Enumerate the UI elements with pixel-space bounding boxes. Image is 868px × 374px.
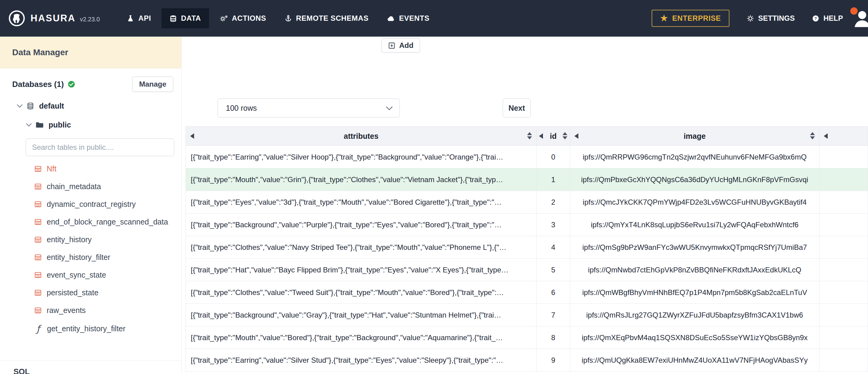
- sidebar-table-item[interactable]: dynamic_contract_registry: [0, 195, 181, 213]
- sidebar-table-item[interactable]: persisted_state: [0, 284, 181, 302]
- enterprise-button[interactable]: ★ ENTERPRISE: [652, 10, 730, 27]
- cell-id[interactable]: 6: [536, 281, 570, 304]
- sidebar-table-item[interactable]: entity_history_filter: [0, 248, 181, 266]
- folder-icon: [36, 121, 44, 128]
- search-tables-input[interactable]: [26, 138, 174, 156]
- cell-image[interactable]: ipfs://QmRRPWG96cmgTn2qSzjwr2qvfNEuhunv6…: [570, 146, 819, 168]
- table-row[interactable]: [{"trait_type":"Clothes","value":"Tweed …: [186, 281, 868, 304]
- cell-id[interactable]: 5: [536, 259, 570, 281]
- nav-item-label: API: [138, 14, 151, 23]
- cell-id[interactable]: 1: [536, 168, 570, 191]
- cell-id[interactable]: 8: [536, 326, 570, 349]
- sidebar-table-item[interactable]: event_sync_state: [0, 266, 181, 284]
- sidebar-function-item[interactable]: ƒ get_entity_history_filter: [0, 320, 181, 337]
- cell-attributes[interactable]: [{"trait_type":"Background","value":"Pur…: [186, 214, 536, 236]
- table-row[interactable]: [{"trait_type":"Background","value":"Pur…: [186, 214, 868, 236]
- table-name: Nft: [47, 164, 57, 173]
- cell-id[interactable]: 7: [536, 304, 570, 326]
- table-grid-icon: [34, 307, 42, 314]
- table-row[interactable]: [{"trait_type":"Mouth","value":"Bored"},…: [186, 326, 868, 349]
- cell-attributes[interactable]: [{"trait_type":"Background","value":"Gra…: [186, 304, 536, 326]
- column-header-attributes[interactable]: attributes: [186, 127, 536, 146]
- cell-image[interactable]: ipfs://QmYxT4LnK8sqLupjbS6eRvu1si7Ly2wFQ…: [570, 214, 819, 236]
- nav-item-api[interactable]: API: [119, 8, 159, 28]
- sidebar-table-item[interactable]: raw_events: [0, 302, 181, 319]
- cell-clipped: [819, 281, 868, 304]
- sidebar-table-item[interactable]: Nft: [0, 160, 181, 178]
- table-row[interactable]: [{"trait_type":"Background","value":"Gra…: [186, 304, 868, 326]
- table-row[interactable]: [{"trait_type":"Eyes","value":"3d"},{"tr…: [186, 191, 868, 214]
- manage-button[interactable]: Manage: [132, 76, 173, 92]
- cell-attributes[interactable]: [{"trait_type":"Earring","value":"Silver…: [186, 146, 536, 168]
- add-row-button[interactable]: Add: [381, 38, 420, 53]
- table-grid-icon: [34, 165, 42, 173]
- collapse-column-icon[interactable]: [190, 133, 194, 139]
- table-row[interactable]: [{"trait_type":"Mouth","value":"Grin"},{…: [186, 168, 868, 191]
- sidebar-table-item[interactable]: entity_history: [0, 230, 181, 248]
- cell-image[interactable]: ipfs://QmUQgKka8EW7exiUHnMwZ4UoXA11wV7NF…: [570, 349, 819, 372]
- cell-id[interactable]: 2: [536, 191, 570, 214]
- next-page-button[interactable]: Next: [503, 98, 531, 118]
- cell-image[interactable]: ipfs://QmRsJLrg27GQ1ZWyrXZFuJFdU5bapfzsy…: [570, 304, 819, 326]
- table-name: end_of_block_range_scanned_data: [47, 218, 168, 226]
- table-grid-icon: [34, 218, 42, 226]
- tree-node-schema[interactable]: public: [0, 115, 181, 134]
- table-row[interactable]: [{"trait_type":"Earring","value":"Silver…: [186, 146, 868, 168]
- data-sidebar: Data Manager Databases (1) Manage defaul…: [0, 37, 182, 374]
- column-header-id[interactable]: id: [536, 127, 570, 146]
- sort-icon[interactable]: [527, 132, 532, 139]
- user-avatar[interactable]: [851, 8, 868, 29]
- cell-attributes[interactable]: [{"trait_type":"Clothes","value":"Navy S…: [186, 236, 536, 259]
- cell-image[interactable]: ipfs://QmcJYkCKK7QPmYWjp4FD2e3Lv5WCGFuHN…: [570, 191, 819, 214]
- help-button[interactable]: ? HELP: [812, 14, 843, 23]
- settings-button[interactable]: SETTINGS: [747, 14, 795, 23]
- brand-block[interactable]: HASURA v2.23.0: [0, 9, 100, 27]
- nav-item-events[interactable]: EVENTS: [379, 8, 438, 28]
- top-navbar: HASURA v2.23.0 API DATA: [0, 0, 868, 37]
- collapse-column-icon[interactable]: [539, 133, 543, 139]
- collapse-column-icon[interactable]: [575, 133, 578, 139]
- cell-clipped: [819, 304, 868, 326]
- table-row[interactable]: [{"trait_type":"Clothes","value":"Navy S…: [186, 236, 868, 259]
- nav-item-data[interactable]: DATA: [161, 8, 209, 28]
- cell-id[interactable]: 4: [536, 236, 570, 259]
- cell-id[interactable]: 3: [536, 214, 570, 236]
- chevron-down-icon[interactable]: [17, 102, 22, 107]
- sort-icon[interactable]: [810, 132, 815, 139]
- column-header-image[interactable]: image: [570, 127, 819, 146]
- rows-per-page-select[interactable]: 100 rows: [218, 98, 400, 118]
- table-row[interactable]: [{"trait_type":"Hat","value":"Bayc Flipp…: [186, 259, 868, 281]
- cell-clipped: [819, 214, 868, 236]
- column-header-clipped[interactable]: [819, 127, 868, 146]
- collapse-column-icon[interactable]: [824, 133, 828, 139]
- sidebar-table-item[interactable]: end_of_block_range_scanned_data: [0, 213, 181, 230]
- databases-row: Databases (1) Manage: [0, 76, 181, 93]
- cell-attributes[interactable]: [{"trait_type":"Clothes","value":"Tweed …: [186, 281, 536, 304]
- cell-attributes[interactable]: [{"trait_type":"Hat","value":"Bayc Flipp…: [186, 259, 536, 281]
- database-name: default: [39, 101, 64, 111]
- cell-image[interactable]: ipfs://QmPbxeGcXhYQQNgsC6a36dDyYUcHgMLnG…: [570, 168, 819, 191]
- table-name: raw_events: [47, 306, 86, 315]
- cell-attributes[interactable]: [{"trait_type":"Mouth","value":"Bored"},…: [186, 326, 536, 349]
- cell-image[interactable]: ipfs://QmNwbd7ctEhGpVkP8nZvBBQfiNeFKRdxf…: [570, 259, 819, 281]
- table-name: entity_history_filter: [47, 253, 110, 262]
- tree-node-database[interactable]: default: [0, 96, 181, 115]
- nav-item-remote-schemas[interactable]: REMOTE SCHEMAS: [277, 8, 377, 28]
- cell-id[interactable]: 0: [536, 146, 570, 168]
- cell-image[interactable]: ipfs://QmXEqPbvM4aq1SQSXN8DSuEcSo5SseYW1…: [570, 326, 819, 349]
- sql-section-label[interactable]: SQL: [13, 367, 181, 374]
- star-icon: ★: [660, 14, 668, 23]
- chevron-down-icon[interactable]: [26, 121, 31, 126]
- cell-clipped: [819, 349, 868, 372]
- sidebar-table-item[interactable]: chain_metadata: [0, 178, 181, 195]
- cell-id[interactable]: 9: [536, 349, 570, 372]
- sort-icon[interactable]: [562, 132, 567, 139]
- table-row[interactable]: [{"trait_type":"Earring","value":"Silver…: [186, 349, 868, 372]
- cell-image[interactable]: ipfs://QmWBgfBhyVmHNhBfEQ7p1P4Mpn7pm5b8K…: [570, 281, 819, 304]
- nav-item-actions[interactable]: ACTIONS: [212, 8, 274, 28]
- table-grid-icon: [34, 183, 42, 190]
- cell-attributes[interactable]: [{"trait_type":"Mouth","value":"Grin"},{…: [186, 168, 536, 191]
- cell-image[interactable]: ipfs://QmSg9bPzW9anFYc3wWU5KnvymwkxQTpmq…: [570, 236, 819, 259]
- cell-attributes[interactable]: [{"trait_type":"Earring","value":"Silver…: [186, 349, 536, 372]
- cell-attributes[interactable]: [{"trait_type":"Eyes","value":"3d"},{"tr…: [186, 191, 536, 214]
